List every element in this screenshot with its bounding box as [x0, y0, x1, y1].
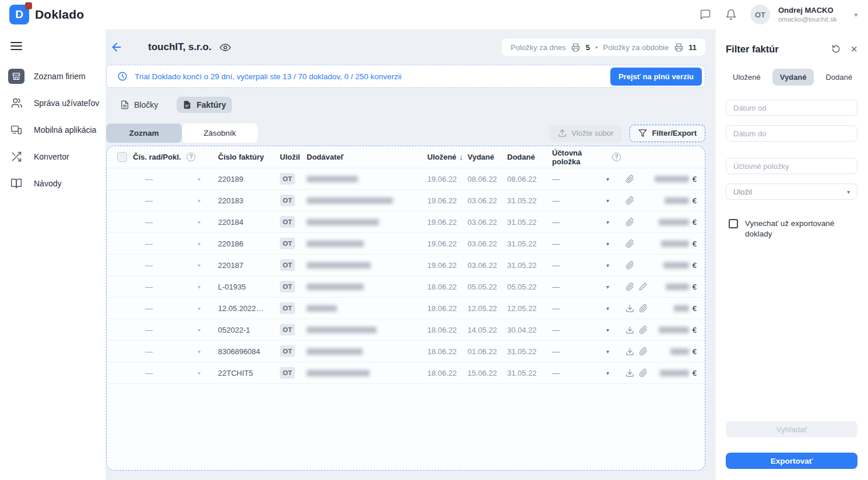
amount-redacted — [674, 305, 689, 312]
search-button[interactable]: Vyhľadať — [726, 421, 858, 437]
table-row[interactable]: — ▾ 12.05.2022… OT 18.06.22 12.05.22 12.… — [107, 298, 705, 319]
chevron-down-icon[interactable]: ▾ — [198, 197, 201, 204]
help-icon[interactable]: ? — [612, 153, 621, 161]
table-row[interactable]: — ▾ 220187 OT 19.06.22 03.06.22 31.05.22… — [107, 255, 705, 276]
date-to-input[interactable] — [726, 125, 858, 142]
issued-date: 14.05.22 — [468, 326, 507, 334]
chevron-down-icon[interactable]: ▾ — [606, 197, 609, 204]
attachment-icon[interactable] — [624, 281, 635, 292]
sidebar-item-zoznam-firiem[interactable]: Zoznam firiem — [0, 63, 106, 90]
attachment-icon[interactable] — [624, 238, 635, 249]
chevron-down-icon[interactable]: ▾ — [198, 176, 201, 182]
saved-by-select[interactable]: Uložil ▾ — [726, 183, 858, 200]
back-arrow-icon[interactable] — [110, 40, 124, 54]
chevron-down-icon[interactable]: ▾ — [606, 305, 609, 312]
account-item-value: — — [552, 304, 560, 313]
download-icon[interactable] — [624, 346, 635, 357]
attachment-icon[interactable] — [624, 195, 635, 206]
select-all-checkbox[interactable] — [117, 152, 127, 162]
close-icon[interactable]: × — [851, 43, 858, 55]
table-row[interactable]: — ▾ 220186 OT 19.06.22 03.06.22 31.05.22… — [107, 233, 705, 255]
refresh-icon[interactable] — [831, 44, 841, 54]
chevron-down-icon[interactable]: ▾ — [198, 370, 201, 376]
chevron-down-icon[interactable]: ▾ — [198, 327, 201, 333]
invoice-number: 220183 — [218, 196, 280, 205]
amount-redacted — [660, 370, 689, 376]
brand[interactable]: D Doklado — [9, 5, 84, 24]
help-icon[interactable]: ? — [187, 153, 195, 161]
currency-symbol: € — [693, 196, 697, 205]
chevron-down-icon[interactable]: ▾ — [198, 348, 201, 355]
chevron-down-icon[interactable]: ▾ — [606, 370, 609, 376]
chevron-down-icon[interactable]: ▾ — [606, 284, 609, 290]
account-items-input[interactable] — [726, 158, 858, 174]
series-value: — — [145, 175, 153, 183]
edit-icon[interactable] — [638, 281, 648, 292]
chevron-down-icon[interactable]: ▾ — [198, 241, 201, 247]
chevron-down-icon[interactable]: ▾ — [606, 176, 609, 182]
download-icon[interactable] — [624, 324, 635, 335]
skip-exported-checkbox[interactable] — [729, 219, 738, 228]
sidebar-item-navody[interactable]: Návody — [0, 170, 106, 197]
account-item-value: — — [552, 196, 560, 205]
table-row[interactable]: — ▾ 8306896084 OT 18.06.22 01.06.22 31.0… — [107, 341, 705, 362]
date-from-input[interactable] — [726, 100, 858, 116]
attachment-icon[interactable] — [624, 174, 635, 184]
series-value: — — [145, 347, 153, 356]
list-tabs: Zoznam Zásobník — [106, 123, 258, 143]
tab-label: Bločky — [134, 100, 158, 110]
export-button[interactable]: Exportovať — [726, 453, 858, 469]
filter-tab-dodane[interactable]: Dodané — [822, 69, 856, 86]
attachment-icon[interactable] — [638, 368, 648, 378]
download-icon[interactable] — [624, 368, 635, 378]
issued-date: 08.06.22 — [468, 175, 507, 183]
table-row[interactable]: — ▾ 220189 OT 19.06.22 08.06.22 08.06.22… — [107, 168, 705, 190]
menu-icon[interactable] — [10, 42, 22, 50]
user-avatar[interactable]: OT — [750, 5, 770, 24]
sidebar-item-konvertor[interactable]: Konvertor — [0, 143, 106, 170]
chevron-down-icon[interactable]: ▾ — [198, 284, 201, 290]
table-row[interactable]: — ▾ 220184 OT 19.06.22 03.06.22 31.05.22… — [107, 211, 705, 233]
chevron-down-icon[interactable]: ▾ — [198, 262, 201, 269]
upload-file-button[interactable]: Vložte súbor — [549, 125, 622, 142]
upgrade-button[interactable]: Prejsť na plnú verziu — [610, 68, 702, 86]
amount-redacted — [663, 262, 689, 269]
tab-blocky[interactable]: Bločky — [114, 97, 164, 113]
chat-icon[interactable] — [699, 8, 712, 21]
skip-exported-checkbox-row[interactable]: Vynechať už exportované doklady — [726, 218, 858, 239]
chevron-down-icon[interactable]: ▾ — [198, 219, 201, 225]
user-info[interactable]: Ondrej MACKO omacko@touchit.sk — [778, 6, 837, 24]
chevron-down-icon[interactable]: ▾ — [606, 348, 609, 355]
sidebar-item-sprava-uzivatelov[interactable]: Správa užívateľov — [0, 90, 106, 117]
filter-tab-ulozene[interactable]: Uložené — [729, 69, 764, 86]
attachment-icon[interactable] — [638, 324, 648, 335]
chevron-down-icon[interactable]: ▾ — [198, 305, 201, 312]
table-row[interactable]: — ▾ 052022-1 OT 18.06.22 14.05.22 30.04.… — [107, 319, 705, 341]
sidebar-item-mobilna-aplikacia[interactable]: Mobilná aplikácia — [0, 117, 106, 143]
sort-desc-icon[interactable]: ↓ — [459, 153, 463, 161]
bell-icon[interactable] — [725, 8, 737, 21]
chevron-down-icon[interactable]: ▾ — [606, 219, 609, 225]
tab-faktury[interactable]: Faktúry — [177, 97, 232, 113]
supplier-redacted — [307, 284, 364, 290]
supplier-redacted — [307, 262, 371, 269]
saved-by-badge: OT — [280, 302, 295, 314]
download-icon[interactable] — [624, 303, 635, 313]
chevron-down-icon[interactable]: ▾ — [606, 241, 609, 247]
chevron-down-icon[interactable]: ▾ — [606, 262, 609, 269]
attachment-icon[interactable] — [624, 260, 635, 270]
attachment-icon[interactable] — [638, 346, 648, 357]
chevron-down-icon[interactable]: ▾ — [606, 327, 609, 333]
table-row[interactable]: — ▾ 22TCHIT5 OT 18.06.22 15.06.22 31.05.… — [107, 362, 705, 384]
tab-zasobnik[interactable]: Zásobník — [182, 123, 258, 143]
attachment-icon[interactable] — [624, 217, 635, 227]
filter-tab-vydane[interactable]: Vydané — [772, 69, 814, 86]
table-row[interactable]: — ▾ 220183 OT 19.06.22 03.06.22 31.05.22… — [107, 190, 705, 211]
filter-export-button[interactable]: Filter/Export — [630, 125, 705, 142]
eye-icon[interactable] — [220, 42, 231, 53]
attachment-icon[interactable] — [638, 303, 648, 313]
invoice-number: 12.05.2022… — [218, 304, 280, 313]
tab-zoznam[interactable]: Zoznam — [106, 123, 182, 143]
table-row[interactable]: — ▾ L-01935 OT 18.06.22 05.05.22 05.05.2… — [107, 276, 705, 298]
user-menu-chevron-icon[interactable]: ▾ — [854, 11, 858, 19]
